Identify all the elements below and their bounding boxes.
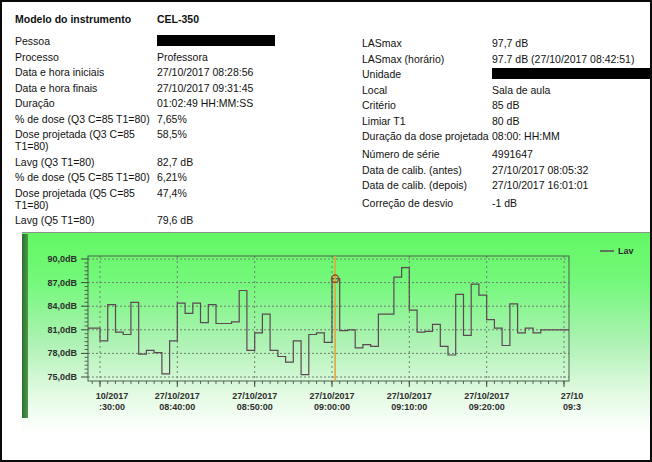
- info-value: 7,65%: [157, 113, 187, 125]
- info-column-left: Modelo do instrumentoCEL-350PessoaProces…: [15, 13, 353, 230]
- info-value: Sala de aula: [492, 84, 550, 96]
- info-row: Data de calib. (depois)27/10/2017 16:01:…: [362, 179, 652, 191]
- info-label: Data de calib. (depois): [362, 179, 492, 191]
- info-label: Lavg (Q3 T1=80): [15, 156, 157, 168]
- info-row: Modelo do instrumentoCEL-350: [15, 13, 353, 25]
- x-axis-tick-label: 27/10: [561, 391, 584, 401]
- info-row: Data e hora finais27/10/2017 09:31:45: [15, 82, 353, 94]
- info-value: 27/10/2017 09:31:45: [157, 82, 253, 94]
- info-value: 27/10/2017 16:01:01: [492, 179, 588, 191]
- info-value: 85 dB: [492, 99, 519, 111]
- info-row: LASmax97,7 dB: [362, 37, 652, 49]
- redacted-value-bar: [492, 68, 650, 79]
- x-axis-tick-label: 10/2017: [96, 391, 129, 401]
- info-label: Unidade: [362, 68, 492, 80]
- info-label: Limiar T1: [362, 115, 492, 127]
- info-label: LASmax: [362, 37, 492, 49]
- info-label: LASmax (horário): [362, 53, 492, 65]
- info-value: 01:02:49 HH:MM:SS: [157, 97, 253, 109]
- info-label: Modelo do instrumento: [15, 13, 157, 25]
- y-axis-tick-label: 84,0dB: [47, 301, 77, 311]
- info-label: Data e hora iniciais: [15, 66, 157, 78]
- x-axis-tick-label: 27/10/2017: [232, 391, 277, 401]
- info-label: % de dose (Q5 C=85 T1=80): [15, 171, 157, 183]
- info-row: Unidade: [362, 68, 652, 80]
- info-label: Dose projetada (Q5 C=85 T1=80): [15, 187, 157, 211]
- info-row: % de dose (Q5 C=85 T1=80)6,21%: [15, 171, 353, 183]
- x-axis-tick-label: 08:50:00: [237, 402, 273, 412]
- legend-label: Lav: [618, 246, 634, 256]
- info-value: 08:00: HH:MM: [492, 130, 560, 142]
- info-label: Data e hora finais: [15, 82, 157, 94]
- info-row: Lavg (Q5 T1=80)79,6 dB: [15, 214, 353, 226]
- info-label: % de dose (Q3 C=85 T1=80): [15, 113, 157, 125]
- info-row: Número de série4991647: [362, 148, 652, 160]
- info-row: Data de calib. (antes)27/10/2017 08:05:3…: [362, 164, 652, 176]
- info-label: Processo: [15, 51, 157, 63]
- x-axis-tick-label: 08:40:00: [159, 402, 195, 412]
- info-label: Local: [362, 84, 492, 96]
- x-axis-tick-label: 27/10/2017: [155, 391, 200, 401]
- info-label: Duração da dose projetada: [362, 130, 492, 142]
- info-row: Critério85 dB: [362, 99, 652, 111]
- info-row: Data e hora iniciais27/10/2017 08:28:56: [15, 66, 353, 78]
- info-label: Correção de desvio: [362, 197, 492, 209]
- info-value: 80 dB: [492, 115, 519, 127]
- info-row: ProcessoProfessora: [15, 51, 353, 63]
- info-value: 27/10/2017 08:28:56: [157, 66, 253, 78]
- info-row: Duração01:02:49 HH:MM:SS: [15, 97, 353, 109]
- lavg-chart[interactable]: 90,0dB87,0dB84,0dB81,0dB78,0dB75,0dB10/2…: [22, 233, 652, 433]
- dosimeter-report-page: Modelo do instrumentoCEL-350PessoaProces…: [0, 0, 652, 462]
- y-axis-tick-label: 87,0dB: [47, 278, 77, 288]
- x-axis-tick-label: 27/10/2017: [309, 391, 354, 401]
- info-row: Limiar T180 dB: [362, 115, 652, 127]
- info-row: Correção de desvio-1 dB: [362, 197, 652, 209]
- info-value: 27/10/2017 08:05:32: [492, 164, 588, 176]
- info-label: Pessoa: [15, 35, 157, 47]
- info-value: CEL-350: [157, 13, 199, 25]
- x-axis-tick-label: 27/10/2017: [387, 391, 432, 401]
- x-axis-tick-label: 09:10:00: [391, 402, 427, 412]
- x-axis-tick-label: 09:20:00: [469, 402, 505, 412]
- info-value: Professora: [157, 51, 208, 63]
- x-axis-tick-label: :30:00: [99, 402, 125, 412]
- info-label: Número de série: [362, 148, 492, 160]
- info-label: Lavg (Q5 T1=80): [15, 214, 157, 226]
- info-label: Dose projetada (Q3 C=85 T1=80): [15, 128, 157, 152]
- info-row: Dose projetada (Q3 C=85 T1=80)58,5%: [15, 128, 353, 152]
- info-value: 82,7 dB: [157, 156, 193, 168]
- info-value: 97.7 dB (27/10/2017 08:42:51): [492, 53, 634, 65]
- info-row: LocalSala de aula: [362, 84, 652, 96]
- info-row: % de dose (Q3 C=85 T1=80)7,65%: [15, 113, 353, 125]
- info-value: 47,4%: [157, 187, 187, 199]
- y-axis-tick-label: 81,0dB: [47, 325, 77, 335]
- x-axis-tick-label: 27/10/2017: [464, 391, 509, 401]
- x-axis-tick-label: 09:3: [563, 402, 581, 412]
- info-label: Data de calib. (antes): [362, 164, 492, 176]
- info-column-right: LASmax97,7 dBLASmax (horário)97.7 dB (27…: [362, 37, 652, 213]
- info-value: 6,21%: [157, 171, 187, 183]
- info-label: Critério: [362, 99, 492, 111]
- info-row: LASmax (horário)97.7 dB (27/10/2017 08:4…: [362, 53, 652, 65]
- lavg-chart-panel: 90,0dB87,0dB84,0dB81,0dB78,0dB75,0dB10/2…: [22, 232, 652, 433]
- redacted-value-bar: [157, 35, 275, 46]
- lavg-step-line: [88, 268, 569, 375]
- info-row: Lavg (Q3 T1=80)82,7 dB: [15, 156, 353, 168]
- info-value: 97,7 dB: [492, 37, 528, 49]
- info-label: Duração: [15, 97, 157, 109]
- info-row: Duração da dose projetada08:00: HH:MM: [362, 130, 652, 142]
- y-axis-tick-label: 75,0dB: [47, 372, 77, 382]
- info-value: 58,5%: [157, 128, 187, 140]
- y-axis-tick-label: 90,0dB: [47, 254, 77, 264]
- info-value: 79,6 dB: [157, 214, 193, 226]
- y-axis-tick-label: 78,0dB: [47, 348, 77, 358]
- info-row: Pessoa: [15, 35, 353, 47]
- info-value: 4991647: [492, 148, 533, 160]
- info-row: Dose projetada (Q5 C=85 T1=80)47,4%: [15, 187, 353, 211]
- x-axis-tick-label: 09:00:00: [314, 402, 350, 412]
- info-value: -1 dB: [492, 197, 517, 209]
